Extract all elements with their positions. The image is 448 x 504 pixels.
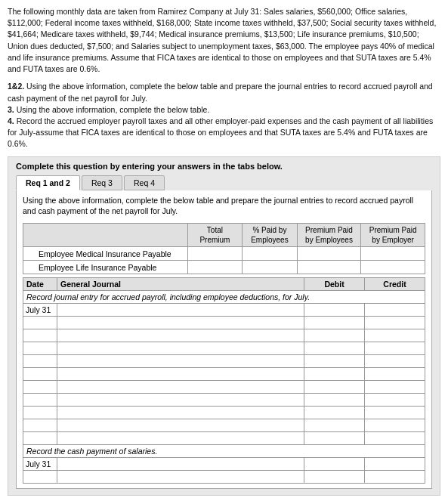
record-label-1: Record journal entry for accrued payroll… [23, 291, 425, 304]
journal-col-general: General Journal [57, 278, 304, 291]
journal-col-debit: Debit [304, 278, 365, 291]
journal-row-10 [23, 419, 425, 432]
complete-box: Complete this question by entering your … [8, 156, 440, 496]
journal-header-row: Date General Journal Debit Credit [23, 278, 425, 291]
page: The following monthly data are taken fro… [0, 0, 448, 504]
tabs-row: Req 1 and 2 Req 3 Req 4 [16, 175, 432, 190]
premium-col-byemp: Premium Paidby Employees [297, 224, 361, 247]
journal-general-2[interactable] [57, 317, 304, 329]
instructions-text: 1&2. Using the above information, comple… [8, 81, 440, 150]
premium-table: TotalPremium % Paid byEmployees Premium … [23, 223, 425, 274]
premium-byemp-life[interactable] [297, 261, 361, 274]
journal-general-2-input[interactable] [60, 318, 301, 327]
premium-byemp-life-input[interactable] [301, 263, 358, 272]
journal-row-last [23, 471, 425, 484]
journal-table: Date General Journal Debit Credit Record… [23, 277, 425, 484]
premium-label-medical: Employee Medical Insurance Payable [23, 247, 188, 261]
premium-pct-medical[interactable] [243, 247, 298, 261]
premium-pct-life-input[interactable] [246, 263, 294, 272]
premium-pct-medical-input[interactable] [246, 249, 294, 258]
tab-content: Using the above information, complete th… [16, 190, 432, 489]
premium-pct-life[interactable] [243, 261, 298, 274]
journal-debit-2b[interactable] [304, 458, 365, 471]
journal-row-4 [23, 342, 425, 355]
journal-credit-1[interactable] [365, 304, 425, 317]
journal-row-2 [23, 317, 425, 329]
journal-row-5 [23, 355, 425, 368]
premium-col-label [23, 224, 188, 247]
journal-credit-2-input[interactable] [367, 318, 422, 327]
journal-date-2-input[interactable] [26, 318, 54, 327]
intro-text: The following monthly data are taken fro… [8, 6, 440, 75]
premium-total-life-input[interactable] [191, 263, 239, 272]
journal-debit-2[interactable] [304, 317, 365, 329]
tab-req1and2[interactable]: Req 1 and 2 [16, 175, 80, 190]
journal-date-july31-2: July 31 [23, 458, 57, 471]
journal-general-1-input[interactable] [60, 305, 301, 314]
journal-credit-2[interactable] [365, 317, 425, 329]
journal-row-3 [23, 329, 425, 342]
premium-byemployer-medical[interactable] [361, 247, 425, 261]
journal-row-8 [23, 394, 425, 407]
premium-row-medical: Employee Medical Insurance Payable [23, 247, 425, 261]
journal-date-july31-1: July 31 [23, 304, 57, 317]
journal-row-6 [23, 368, 425, 381]
journal-col-date: Date [23, 278, 57, 291]
premium-label-life: Employee Life Insurance Payable [23, 261, 188, 274]
complete-title: Complete this question by entering your … [16, 162, 432, 171]
journal-date-2[interactable] [23, 317, 57, 329]
journal-row-july31-1: July 31 [23, 304, 425, 317]
journal-row-july31-2: July 31 [23, 458, 425, 471]
journal-credit-2b[interactable] [365, 458, 425, 471]
premium-byemp-medical[interactable] [297, 247, 361, 261]
premium-total-life[interactable] [187, 261, 243, 274]
journal-general-2b[interactable] [57, 458, 304, 471]
journal-col-credit: Credit [365, 278, 425, 291]
journal-debit-1[interactable] [304, 304, 365, 317]
record-label-row-1: Record journal entry for accrued payroll… [23, 291, 425, 304]
premium-total-medical-input[interactable] [191, 249, 239, 258]
journal-row-11 [23, 432, 425, 445]
journal-row-7 [23, 381, 425, 394]
premium-byemployer-medical-input[interactable] [364, 249, 422, 258]
tab-req3[interactable]: Req 3 [82, 175, 122, 190]
premium-total-medical[interactable] [187, 247, 243, 261]
premium-byemployer-life-input[interactable] [364, 263, 422, 272]
premium-byemp-medical-input[interactable] [301, 249, 358, 258]
journal-row-9 [23, 407, 425, 419]
record-label-row-2: Record the cash payment of salaries. [23, 445, 425, 458]
record-label-2: Record the cash payment of salaries. [23, 445, 425, 458]
premium-byemployer-life[interactable] [361, 261, 425, 274]
premium-col-byemployer: Premium Paidby Employer [361, 224, 425, 247]
journal-credit-1-input[interactable] [367, 305, 422, 314]
tab-req4[interactable]: Req 4 [124, 175, 165, 190]
tab-description: Using the above information, complete th… [23, 195, 425, 217]
premium-col-pct: % Paid byEmployees [243, 224, 298, 247]
premium-row-life: Employee Life Insurance Payable [23, 261, 425, 274]
premium-col-total: TotalPremium [187, 224, 243, 247]
journal-debit-1-input[interactable] [307, 305, 362, 314]
journal-general-1[interactable] [57, 304, 304, 317]
journal-debit-2-input[interactable] [307, 318, 362, 327]
